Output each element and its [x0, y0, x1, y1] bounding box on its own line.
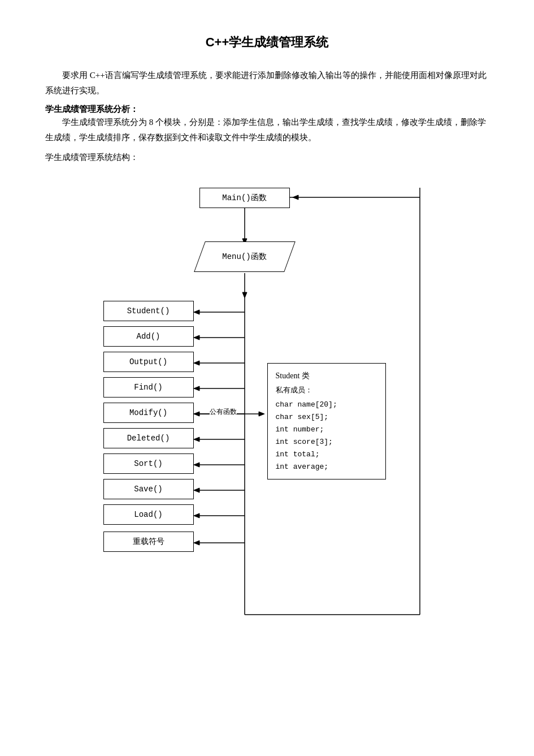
load-func-box: Load()	[103, 504, 194, 525]
section-title: 学生成绩管理系统分析：	[45, 105, 138, 114]
member-name: char name[20];	[276, 399, 377, 411]
svg-marker-22	[194, 513, 199, 518]
save-func-box: Save()	[103, 479, 194, 499]
member-total: int total;	[276, 448, 377, 461]
find-func-box: Find()	[103, 377, 194, 398]
menu-func-diamond: Menu()函数	[199, 241, 290, 272]
student-func-box: Student()	[103, 301, 194, 321]
flowchart: Main()函数 Menu()函数 Student() Add() Output…	[47, 176, 488, 640]
student-class-subtitle: 私有成员：	[276, 384, 377, 396]
student-class-box: Student 类 私有成员： char name[20]; char sex[…	[267, 363, 386, 479]
reload-symbol-box: 重载符号	[103, 532, 194, 552]
svg-marker-16	[194, 437, 199, 442]
deleted-func-box: Deleted()	[103, 428, 194, 448]
section-analysis: 学生成绩管理系统分析： 学生成绩管理系统分为 8 个模块，分别是：添加学生信息，…	[45, 104, 489, 145]
member-average: int average;	[276, 461, 377, 473]
svg-marker-12	[194, 386, 199, 391]
svg-marker-8	[194, 335, 199, 340]
section-body: 学生成绩管理系统分为 8 个模块，分别是：添加学生信息，输出学生成绩，查找学生成…	[45, 115, 489, 145]
svg-marker-31	[259, 412, 264, 416]
student-class-title: Student 类	[276, 369, 377, 383]
add-func-box: Add()	[103, 326, 194, 347]
svg-marker-24	[194, 541, 199, 545]
member-number: int number;	[276, 424, 377, 436]
svg-marker-18	[194, 463, 199, 467]
svg-marker-6	[194, 310, 199, 314]
structure-label: 学生成绩管理系统结构：	[45, 150, 489, 165]
member-score: int score[3];	[276, 436, 377, 448]
page-title: C++学生成绩管理系统	[45, 34, 489, 51]
svg-marker-28	[293, 195, 298, 200]
intro-paragraph: 要求用 C++语言编写学生成绩管理系统，要求能进行添加删除修改输入输出等的操作，…	[45, 68, 489, 98]
svg-marker-20	[194, 488, 199, 493]
svg-marker-14	[194, 412, 199, 416]
sort-func-box: Sort()	[103, 453, 194, 474]
public-func-label: 公有函数	[210, 407, 237, 417]
page-container: C++学生成绩管理系统 要求用 C++语言编写学生成绩管理系统，要求能进行添加删…	[0, 0, 534, 674]
main-func-box: Main()函数	[199, 188, 290, 208]
svg-marker-10	[194, 361, 199, 365]
output-func-box: Output()	[103, 352, 194, 372]
modify-func-box: Modify()	[103, 403, 194, 423]
title-cpp: C++学生成绩管理系统	[206, 35, 329, 49]
member-sex: char sex[5];	[276, 411, 377, 424]
svg-marker-3	[242, 292, 247, 298]
